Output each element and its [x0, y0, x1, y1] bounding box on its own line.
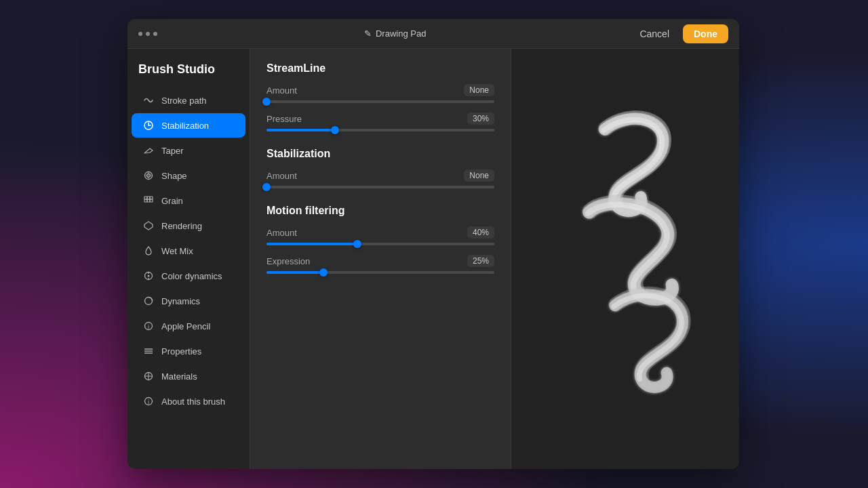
svg-rect-5 — [144, 197, 147, 199]
svg-text:i: i — [148, 399, 149, 405]
grain-icon — [142, 195, 155, 207]
top-bar-actions: Cancel Done — [633, 24, 728, 43]
app-title: Brush Studio — [127, 57, 250, 87]
sidebar-item-grain[interactable]: Grain — [132, 188, 245, 213]
motion-expression-control: Expression 25% — [267, 255, 494, 274]
sidebar-item-apple-pencil[interactable]: i Apple Pencil — [132, 314, 245, 338]
sidebar-item-properties[interactable]: Properties — [132, 339, 245, 363]
stabilization-amount-value: None — [464, 169, 494, 182]
main-window: ✎ Drawing Pad Cancel Done Brush Studio S… — [127, 19, 739, 469]
motion-amount-label-row: Amount 40% — [267, 226, 494, 239]
rendering-icon — [142, 220, 155, 232]
motion-expression-label-row: Expression 25% — [267, 255, 494, 267]
sidebar-label-dynamics: Dynamics — [161, 296, 200, 306]
motion-expression-thumb[interactable] — [319, 268, 328, 277]
stabilization-amount-control: Amount None — [267, 169, 494, 188]
motion-amount-thumb[interactable] — [353, 240, 361, 248]
streamline-pressure-label-row: Pressure 30% — [267, 113, 494, 125]
svg-rect-6 — [147, 197, 150, 199]
sidebar-item-taper[interactable]: Taper — [132, 138, 245, 163]
motion-expression-slider[interactable] — [267, 271, 494, 274]
streamline-section: StreamLine Amount None Pressure — [267, 62, 494, 131]
dot-3 — [153, 32, 157, 36]
streamline-pressure-value: 30% — [467, 113, 494, 125]
sidebar-item-about[interactable]: i About this brush — [132, 389, 245, 413]
sidebar: Brush Studio Stroke path Stabilization — [127, 49, 250, 469]
motion-amount-control: Amount 40% — [267, 226, 494, 245]
about-icon: i — [142, 395, 155, 407]
sidebar-label-rendering: Rendering — [161, 221, 202, 231]
svg-marker-11 — [144, 222, 153, 230]
sidebar-label-apple-pencil: Apple Pencil — [161, 321, 210, 331]
sidebar-label-taper: Taper — [161, 146, 184, 156]
dot-1 — [138, 32, 142, 36]
sidebar-label-stroke-path: Stroke path — [161, 96, 207, 106]
stroke-path-icon — [142, 94, 155, 106]
dynamics-icon — [142, 295, 155, 307]
streamline-amount-value: None — [464, 84, 494, 96]
streamline-amount-label-row: Amount None — [267, 84, 494, 96]
sidebar-item-shape[interactable]: Shape — [132, 163, 245, 188]
drawing-pad-button[interactable]: ✎ Drawing Pad — [364, 28, 426, 39]
main-panel: StreamLine Amount None Pressure — [250, 49, 511, 469]
motion-amount-slider[interactable] — [267, 243, 494, 245]
stabilization-section: Stabilization Amount None — [267, 148, 494, 188]
top-bar: ✎ Drawing Pad Cancel Done — [127, 19, 739, 49]
streamline-amount-slider[interactable] — [267, 100, 494, 103]
motion-expression-fill — [267, 271, 323, 274]
svg-text:i: i — [148, 323, 149, 330]
done-button[interactable]: Done — [683, 24, 728, 43]
streamline-pressure-control: Pressure 30% — [267, 113, 494, 131]
sidebar-item-wet-mix[interactable]: Wet Mix — [132, 239, 245, 263]
stabilization-amount-label: Amount — [267, 171, 297, 181]
streamline-pressure-thumb[interactable] — [331, 126, 339, 134]
materials-icon — [142, 370, 155, 382]
streamline-amount-label: Amount — [267, 85, 297, 96]
stabilization-amount-thumb[interactable] — [262, 183, 271, 191]
wet-mix-icon — [142, 245, 155, 257]
streamline-pressure-slider[interactable] — [267, 129, 494, 131]
shape-icon — [142, 169, 155, 182]
stabilization-icon — [142, 119, 155, 131]
sidebar-item-dynamics[interactable]: Dynamics — [132, 289, 245, 313]
cancel-button[interactable]: Cancel — [633, 25, 676, 43]
sidebar-item-stabilization[interactable]: Stabilization — [132, 113, 245, 138]
motion-amount-label: Amount — [267, 228, 297, 238]
sidebar-item-color-dynamics[interactable]: Color dynamics — [132, 264, 245, 288]
drawing-pad-icon: ✎ — [364, 28, 372, 39]
sidebar-label-properties: Properties — [161, 346, 201, 357]
streamline-amount-thumb[interactable] — [262, 98, 271, 106]
properties-icon — [142, 345, 155, 357]
motion-expression-label: Expression — [267, 256, 310, 266]
sidebar-item-stroke-path[interactable]: Stroke path — [132, 88, 245, 113]
sidebar-label-wet-mix: Wet Mix — [161, 246, 193, 256]
window-dots — [138, 32, 157, 36]
svg-rect-8 — [144, 199, 147, 202]
content-area: Brush Studio Stroke path Stabilization — [127, 49, 739, 469]
svg-rect-10 — [150, 199, 153, 202]
sidebar-label-stabilization: Stabilization — [161, 121, 209, 131]
svg-rect-9 — [147, 199, 150, 202]
motion-expression-value: 25% — [467, 255, 494, 267]
streamline-amount-control: Amount None — [267, 84, 494, 103]
drawing-pad-label: Drawing Pad — [376, 28, 426, 39]
streamline-pressure-fill — [267, 129, 335, 131]
motion-amount-fill — [267, 243, 357, 245]
sidebar-item-rendering[interactable]: Rendering — [132, 214, 245, 238]
preview-area[interactable] — [511, 49, 739, 469]
motion-amount-value: 40% — [467, 226, 494, 239]
streamline-pressure-label: Pressure — [267, 114, 302, 124]
brush-stroke-preview — [511, 49, 739, 469]
taper-icon — [142, 144, 155, 157]
color-dynamics-icon — [142, 270, 155, 282]
dot-2 — [146, 32, 150, 36]
streamline-title: StreamLine — [267, 62, 494, 75]
motion-filtering-title: Motion filtering — [267, 205, 494, 217]
sidebar-item-materials[interactable]: Materials — [132, 364, 245, 388]
sidebar-label-shape: Shape — [161, 171, 187, 181]
svg-point-13 — [148, 275, 150, 277]
sidebar-label-color-dynamics: Color dynamics — [161, 271, 222, 281]
apple-pencil-icon: i — [142, 320, 155, 332]
motion-filtering-section: Motion filtering Amount 40% Expressi — [267, 205, 494, 274]
stabilization-amount-slider[interactable] — [267, 186, 494, 188]
